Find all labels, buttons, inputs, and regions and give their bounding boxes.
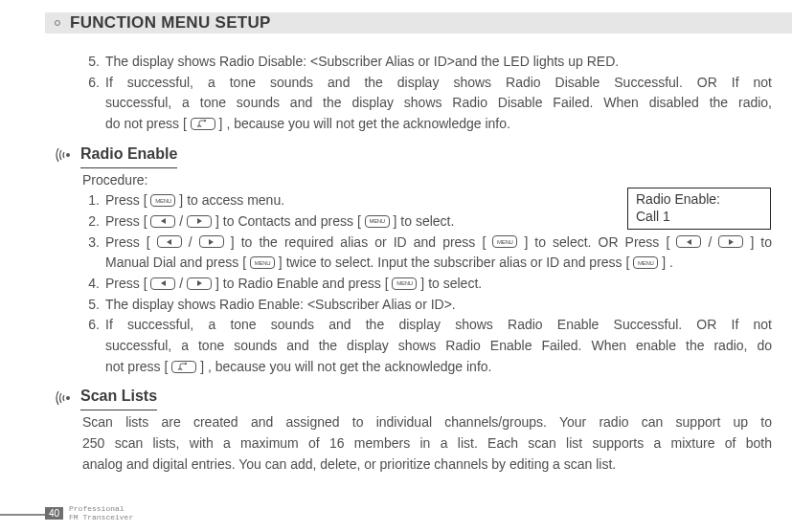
item-5: 5. The display shows Radio Disable: <Sub… <box>82 52 772 73</box>
svg-point-1 <box>66 396 70 400</box>
step-5: 5. The display shows Radio Enable: <Subs… <box>82 295 772 316</box>
t: ] , because you will not get the acknowl… <box>215 116 510 131</box>
item-text: If successful, a tone sounds and the dis… <box>105 315 772 377</box>
procedure-label: Procedure: <box>82 170 772 191</box>
item-num: 4. <box>82 274 105 295</box>
t: FM Transceiver <box>69 514 133 522</box>
section-title: Radio Enable <box>80 143 177 168</box>
t: ] . <box>658 255 673 270</box>
page-number: 40 <box>45 507 63 520</box>
item-num: 1. <box>82 190 105 211</box>
line: If successful, a tone sounds and the dis… <box>105 73 772 94</box>
line: 250 scan lists, with a maximum of 16 mem… <box>82 433 772 454</box>
t: Press [ <box>105 192 150 208</box>
step-3: 3. Press [ / ] to the required alias or … <box>82 233 772 274</box>
section-radio-enable: Radio Enable <box>56 143 772 168</box>
item-text: If successful, a tone sounds and the dis… <box>105 73 772 135</box>
line: do not press [ ] , because you will not … <box>105 114 772 135</box>
t: ] to Radio Enable and press [ <box>212 276 392 291</box>
item-text: Press [ / ] to Radio Enable and press [ … <box>105 274 772 295</box>
footer: 40 Professional FM Transceiver <box>0 507 792 522</box>
right-icon <box>718 235 743 248</box>
t: ] to access menu. <box>175 192 284 208</box>
menu-icon: MENU <box>150 194 175 207</box>
t: not press [ <box>105 359 171 374</box>
line: not press [ ] , because you will not get… <box>105 357 772 378</box>
item-num: 2. <box>82 211 105 233</box>
t: Press [ <box>105 234 157 250</box>
item-6: 6. If successful, a tone sounds and the … <box>82 73 772 135</box>
menu-icon: MENU <box>633 256 658 269</box>
broadcast-icon <box>56 146 77 164</box>
t: ] , because you will not get the acknowl… <box>196 359 491 374</box>
line: Press [ / ] to the required alias or ID … <box>105 233 772 254</box>
t: / <box>175 213 187 229</box>
body-content: 5. The display shows Radio Disable: <Sub… <box>82 52 772 475</box>
item-text: Press [ / ] to the required alias or ID … <box>105 233 772 274</box>
menu-icon: MENU <box>250 256 275 269</box>
right-icon <box>187 215 212 228</box>
section-title: Scan Lists <box>80 385 157 410</box>
step-2: 2. Press [ / ] to Contacts and press [ M… <box>82 211 772 233</box>
right-icon <box>199 235 224 248</box>
page-title: FUNCTION MENU SETUP <box>70 13 271 33</box>
menu-icon: MENU <box>392 277 417 290</box>
line: analog and digital entries. You can add,… <box>82 454 772 476</box>
line: Scan lists are created and assigned to i… <box>82 412 772 433</box>
svg-point-0 <box>66 153 70 157</box>
item-text: Press [ MENU ] to access menu. <box>105 190 772 211</box>
step-6: 6. If successful, a tone sounds and the … <box>82 315 772 377</box>
t: / <box>182 234 199 250</box>
footer-text: Professional FM Transceiver <box>69 505 133 522</box>
bullet-icon <box>55 20 60 26</box>
t: ] to the required alias or ID and press … <box>224 234 493 250</box>
broadcast-icon <box>56 389 77 407</box>
back-icon <box>171 361 196 373</box>
section-scan-lists: Scan Lists <box>56 385 772 410</box>
line: Manual Dial and press [ MENU ] twice to … <box>105 253 772 274</box>
step-1: 1. Press [ MENU ] to access menu. <box>82 190 772 211</box>
item-text: The display shows Radio Disable: <Subscr… <box>105 52 772 73</box>
item-num: 5. <box>82 52 105 73</box>
line: successful, a tone sounds and the displa… <box>105 336 772 357</box>
t: Press [ <box>105 276 150 291</box>
section-header: FUNCTION MENU SETUP <box>45 12 792 33</box>
item-num: 3. <box>82 233 105 274</box>
item-num: 6. <box>82 315 105 377</box>
back-icon <box>191 118 215 130</box>
t: ] to select. <box>390 213 455 229</box>
footer-rule <box>0 514 45 516</box>
t: ] to Contacts and press [ <box>212 213 365 229</box>
menu-icon: MENU <box>492 235 517 248</box>
t: ] twice to select. Input the subscriber … <box>275 255 633 270</box>
t: Press [ <box>105 213 150 229</box>
left-icon <box>150 215 175 228</box>
t: / <box>175 276 187 291</box>
item-num: 6. <box>82 73 105 135</box>
item-text: Press [ / ] to Contacts and press [ MENU… <box>105 211 772 233</box>
t: ] to select. <box>417 276 482 291</box>
item-text: The display shows Radio Enable: <Subscri… <box>105 295 772 316</box>
item-num: 5. <box>82 295 105 316</box>
left-icon <box>676 235 701 248</box>
t: ] to select. OR Press [ <box>517 234 676 250</box>
t: ] to <box>743 234 772 250</box>
t: Manual Dial and press [ <box>105 255 250 270</box>
t: do not press [ <box>105 116 191 131</box>
line: successful, a tone sounds and the displa… <box>105 93 772 114</box>
menu-icon: MENU <box>365 215 390 228</box>
left-icon <box>157 235 182 248</box>
paragraph: Scan lists are created and assigned to i… <box>82 412 772 475</box>
t: / <box>701 234 718 250</box>
line: If successful, a tone sounds and the dis… <box>105 315 772 336</box>
right-icon <box>187 277 212 290</box>
left-icon <box>150 277 175 290</box>
step-4: 4. Press [ / ] to Radio Enable and press… <box>82 274 772 295</box>
